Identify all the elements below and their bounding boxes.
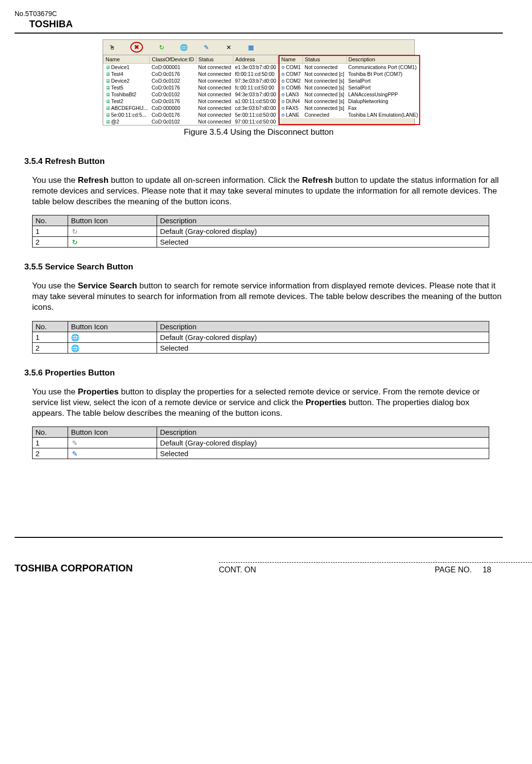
text: You use the — [32, 176, 78, 185]
address-cell: cd:3e:03:b7:d0:00 — [233, 105, 278, 111]
footer-page-number: 18 — [482, 566, 491, 574]
desc-cell: SerialPort — [346, 77, 420, 84]
text-bold: Refresh — [78, 176, 108, 185]
status-cell: Not connected — [196, 118, 233, 125]
desc-cell: Fax — [346, 105, 420, 111]
cod-cell: CoD:000000 — [150, 105, 196, 111]
service-name-cell: COM1 — [279, 64, 302, 71]
device-name-cell: Test5 — [104, 84, 150, 91]
address-cell: 94:3e:03:b7:d0:00 — [233, 91, 278, 98]
button-icon: ✎ — [71, 439, 79, 447]
address-cell: fc:00:11:cd:50:00 — [233, 84, 278, 91]
column-header: Button Icon — [68, 426, 157, 437]
status-cell: Not connected [s] — [302, 77, 346, 84]
table-row: 2✎Selected — [33, 448, 489, 459]
desc-cell: Default (Gray-colored display) — [157, 332, 489, 342]
cod-cell: CoD:000001 — [150, 64, 196, 71]
service-name-cell: COM7 — [279, 71, 302, 77]
column-header: Address — [233, 55, 278, 64]
icon-cell: ✎ — [68, 448, 157, 459]
cod-cell: CoD:0c0176 — [150, 84, 196, 91]
status-cell: Not connected [s] — [302, 105, 346, 111]
toolbar: 🖱 ✖ ↻ 🌐 ✎ ✕ ▦ — [103, 40, 414, 55]
section-heading: 3.5.6 Properties Button — [24, 368, 503, 378]
service-icon-table: No.Button IconDescription1🌐Default (Gray… — [32, 321, 489, 354]
table-row: 2🌐Selected — [33, 342, 489, 353]
table-row: 1🌐Default (Gray-colored display) — [33, 332, 489, 342]
status-cell: Not connected — [196, 71, 233, 77]
address-cell: e1:3e:03:b7:d0:00 — [233, 64, 278, 71]
section-heading: 3.5.5 Service Search Button — [24, 262, 503, 272]
footer-rule — [15, 537, 503, 538]
table-row: Device2CoD:0c0102Not connected97:3e:03:b… — [104, 77, 278, 84]
disconnect-button-highlight: ✖ — [130, 42, 143, 53]
column-header: Status — [196, 55, 233, 64]
column-header: Description — [157, 426, 489, 437]
section-refresh: 3.5.4 Refresh Button You use the Refresh… — [24, 157, 503, 248]
refresh-icon: ↻ — [158, 43, 165, 51]
device-name-cell: Device1 — [104, 64, 150, 71]
desc-cell: LANAccessUsingPPP — [346, 91, 420, 98]
table-row: FAX5Not connected [s]Fax — [279, 105, 420, 111]
text: You use the — [32, 281, 78, 290]
cod-cell: CoD:0c0176 — [150, 111, 196, 118]
text: button to update all on-screen informati… — [108, 176, 302, 185]
desc-cell: Selected — [157, 237, 489, 248]
desc-cell: SerialPort — [346, 84, 420, 91]
button-icon: 🌐 — [71, 344, 79, 352]
device-name-cell: Test4 — [104, 71, 150, 77]
cod-cell: CoD:0c0176 — [150, 71, 196, 77]
status-cell: Not connected — [196, 77, 233, 84]
button-icon: ↻ — [71, 238, 79, 246]
address-cell: 5e:00:11:cd:50:00 — [233, 111, 278, 118]
desc-cell: Selected — [157, 342, 489, 353]
doc-number: No.5T03679C — [15, 10, 503, 18]
column-header: Description — [157, 321, 489, 332]
icon-cell: ✎ — [68, 437, 157, 448]
column-header: Name — [104, 55, 150, 64]
column-header: No. — [33, 426, 68, 437]
status-cell: Not connected — [196, 64, 233, 71]
brand-name: TOSHIBA — [29, 18, 503, 30]
service-name-cell: COM6 — [279, 84, 302, 91]
page-footer: TOSHIBA CORPORATION CONT. ON PAGE NO. 18 — [0, 562, 532, 589]
footer-page-label: PAGE NO. — [435, 566, 472, 574]
screenshot-container: 🖱 ✖ ↻ 🌐 ✎ ✕ ▦ NameClassOfDevice:IDStatus… — [103, 39, 415, 125]
table-row: ABCDEFGHIJ...CoD:000000Not connectedcd:3… — [104, 105, 278, 111]
table-row: LAN3Not connected [s]LANAccessUsingPPP — [279, 91, 420, 98]
table-row: 1↻Default (Gray-colored display) — [33, 226, 489, 237]
no-cell: 2 — [33, 342, 68, 353]
text-bold: Properties — [78, 387, 119, 396]
table-row: 5e:00:11:cd:5...CoD:0c0176Not connected5… — [104, 111, 278, 118]
address-cell: a1:00:11:cd:50:00 — [233, 98, 278, 105]
no-cell: 1 — [33, 437, 68, 448]
desc-cell: Selected — [157, 448, 489, 459]
address-cell: 97:3e:03:b7:d0:00 — [233, 77, 278, 84]
status-cell: Not connected [s] — [302, 98, 346, 105]
text: You use the — [32, 387, 78, 396]
close-icon: ✕ — [225, 43, 232, 51]
icon-cell: ↻ — [68, 237, 157, 248]
status-cell: Not connected — [196, 98, 233, 105]
table-row: COM2Not connected [s]SerialPort — [279, 77, 420, 84]
cod-cell: CoD:0c0102 — [150, 91, 196, 98]
table-row: Test2CoD:0c0176Not connecteda1:00:11:cd:… — [104, 98, 278, 105]
column-header: Name — [279, 55, 302, 64]
column-header: Button Icon — [68, 321, 157, 332]
status-cell: Not connected [s] — [302, 84, 346, 91]
desc-cell: Default (Gray-colored display) — [157, 226, 489, 237]
table-row: Device1CoD:000001Not connectede1:3e:03:b… — [104, 64, 278, 71]
properties-icon-table: No.Button IconDescription1✎Default (Gray… — [32, 426, 489, 459]
figure-caption: Figure 3.5.4 Using the Disconnect button — [15, 127, 503, 137]
desc-cell: Communications Port (COM1) — [346, 64, 420, 71]
table-row: Test4CoD:0c0176Not connectedf0:00:11:cd:… — [104, 71, 278, 77]
device-name-cell: ToshibaBt2 — [104, 91, 150, 98]
section-properties: 3.5.6 Properties Button You use the Prop… — [24, 368, 503, 459]
column-header: ClassOfDevice:ID — [150, 55, 196, 64]
icon-cell: 🌐 — [68, 342, 157, 353]
service-search-icon: 🌐 — [180, 43, 188, 51]
text-bold: Service Search — [78, 281, 137, 290]
button-icon: 🌐 — [71, 334, 79, 341]
table-row: Test5CoD:0c0176Not connectedfc:00:11:cd:… — [104, 84, 278, 91]
section-heading: 3.5.4 Refresh Button — [24, 157, 503, 166]
